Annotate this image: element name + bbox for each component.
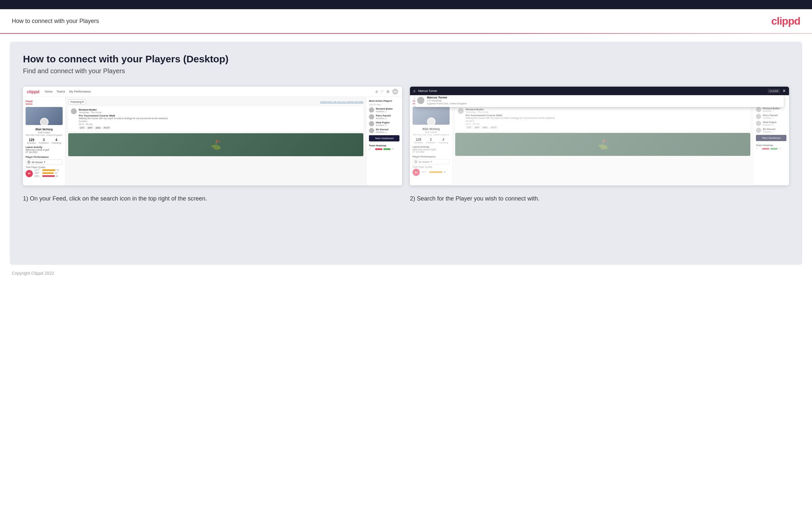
active-player-eli-1: Eli Vincent Activities: 1 bbox=[369, 128, 399, 133]
following-row-1: Following ▾ Control who can see your act… bbox=[68, 99, 363, 104]
activity-image-1: ⛳ bbox=[68, 133, 363, 156]
eli-avatar-1 bbox=[369, 128, 374, 133]
team-heatmap-title-2: Team Heatmap bbox=[756, 144, 786, 147]
activity-card-2: Richard Butler Yesterday · The Grove Pre… bbox=[455, 106, 750, 131]
activity-duration-label-1: Duration bbox=[79, 120, 361, 122]
hiral-info-2: Hiral Pujara Activities: 3 bbox=[763, 121, 776, 126]
activity-info-2: Richard Butler Yesterday · The Grove Pre… bbox=[466, 108, 748, 129]
quality-label-2: Total Player Quality bbox=[413, 166, 449, 168]
tag-arg-2: ARG bbox=[481, 126, 489, 129]
page-title: How to connect with your Players bbox=[12, 18, 99, 25]
player-select-2: Eli Vincent ▾ bbox=[413, 159, 449, 164]
piers-avatar-1 bbox=[369, 114, 374, 120]
captions-row: 1) On your Feed, click on the search ico… bbox=[23, 195, 789, 203]
profile-club-2: Mill Ride Golf Club, United Kingdom bbox=[413, 134, 449, 136]
activity-avatar-2 bbox=[458, 108, 464, 114]
tag-app-1: APP bbox=[87, 126, 93, 129]
active-player-hiral-2: Hiral Pujara Activities: 3 bbox=[756, 121, 786, 126]
footer-text: Copyright Clippd 2022 bbox=[12, 271, 54, 276]
player-select-1[interactable]: Eli Vincent ▾ bbox=[26, 160, 63, 165]
nav-teams-1[interactable]: Teams bbox=[56, 90, 65, 93]
search-icon-1[interactable]: ☌ bbox=[376, 90, 378, 94]
stat-activities-2: 129 Activities bbox=[414, 138, 423, 144]
richard-avatar-2 bbox=[756, 107, 761, 112]
activity-title-2: Pre Tournament Course Walk bbox=[466, 114, 748, 117]
golfer-icon-1: ⛳ bbox=[210, 139, 222, 150]
piers-avatar-2 bbox=[756, 114, 761, 119]
heatmap-bar-neg-1 bbox=[375, 148, 382, 150]
profile-role-1: Golf Coach bbox=[26, 131, 63, 134]
stat-followers-2: 3 Followers bbox=[426, 138, 436, 144]
search-clear-button[interactable]: CLEAR bbox=[768, 89, 780, 93]
app-center-2: Following ▾ Control who can see your act… bbox=[452, 96, 753, 185]
player-perf-label-1: Player Performance bbox=[26, 156, 63, 159]
search-bar-overlay: ☌ Marcus Turner CLEAR ✕ bbox=[410, 87, 789, 95]
stat-following-1: 4 Following bbox=[51, 138, 61, 144]
profile-icon-1[interactable]: ♡ bbox=[380, 90, 384, 94]
active-player-richard-2: Richard Butler Activities: 7 bbox=[756, 107, 786, 112]
main-subtitle: Find and connect with your Players bbox=[23, 67, 789, 75]
profile-image-area-2 bbox=[413, 107, 449, 125]
eli-info-2: Eli Vincent Activities: 1 bbox=[763, 128, 775, 133]
golfer-icon-2: ⛳ bbox=[597, 139, 609, 150]
header-divider bbox=[0, 33, 812, 34]
screenshot-panel-1: clippd Home Teams My Performance ☌ ♡ ⚙ B… bbox=[23, 87, 402, 185]
search-result-avatar bbox=[417, 97, 424, 104]
latest-activity-value-2: Afternoon round of golf bbox=[413, 148, 449, 151]
app-center-1: Following ▾ Control who can see your act… bbox=[65, 97, 366, 185]
nav-myperformance-1[interactable]: My Performance bbox=[69, 90, 91, 93]
latest-activity-date-1: 27 Jul 2022 bbox=[26, 151, 63, 153]
richard-info-1: Richard Butler Activities: 7 bbox=[376, 107, 393, 113]
profile-name-1: Blair McHarg bbox=[26, 128, 63, 131]
search-close-button[interactable]: ✕ bbox=[782, 89, 786, 93]
main-title: How to connect with your Players (Deskto… bbox=[23, 53, 789, 65]
hiral-avatar-2 bbox=[756, 121, 761, 126]
player-avatar-1 bbox=[27, 161, 31, 164]
ott-bar-2: OTT 79 bbox=[422, 171, 449, 173]
piers-info-2: Piers Parnell Activities: 4 bbox=[763, 114, 777, 119]
caption-2: 2) Search for the Player you wish to con… bbox=[410, 195, 789, 203]
caption-1: 1) On your Feed, click on the search ico… bbox=[23, 195, 402, 203]
profile-name-2: Blair McHarg bbox=[413, 127, 449, 131]
tag-ott-1: OTT bbox=[79, 126, 86, 129]
tag-putt-2: PUTT bbox=[490, 126, 498, 129]
dropdown-icon-2: ▾ bbox=[431, 161, 432, 163]
profile-silhouette-1 bbox=[40, 118, 49, 125]
search-input[interactable]: Marcus Turner bbox=[418, 89, 765, 92]
search-result-dropdown[interactable]: Marcus Turner 1-5 Handicap Cypress Point… bbox=[415, 94, 784, 107]
app-body-2: Feed Blair McHarg Golf Coach Mill Ride G… bbox=[410, 96, 789, 185]
feed-tab-1[interactable]: Feed bbox=[26, 100, 33, 104]
control-link-1[interactable]: Control who can see your activity and da… bbox=[320, 101, 363, 103]
profile-role-2: Golf Coach bbox=[413, 131, 449, 134]
settings-icon-1[interactable]: ⚙ bbox=[386, 90, 390, 94]
stat-followers-1: 3 Followers bbox=[39, 138, 49, 144]
nav-home-1[interactable]: Home bbox=[45, 90, 52, 93]
tag-putt-1: PUTT bbox=[103, 126, 111, 129]
search-result-info: Marcus Turner 1-5 Handicap Cypress Point… bbox=[427, 96, 467, 105]
active-player-piers-2: Piers Parnell Activities: 4 bbox=[756, 114, 786, 119]
search-result-name: Marcus Turner bbox=[427, 96, 467, 99]
top-bar bbox=[0, 0, 812, 9]
eli-avatar-2 bbox=[756, 128, 761, 133]
app-right-1: Most Active Players Last 30 days Richard… bbox=[366, 97, 402, 185]
main-content: How to connect with your Players (Deskto… bbox=[10, 42, 802, 265]
latest-activity-date-2: 27 Jul 2022 bbox=[413, 151, 449, 153]
player-name-2: Eli Vincent bbox=[419, 161, 430, 163]
hiral-info-1: Hiral Pujara Activities: 3 bbox=[376, 121, 390, 126]
search-result-handicap: 1-5 Handicap bbox=[427, 99, 467, 102]
tag-arg-1: ARG bbox=[94, 126, 102, 129]
activity-person-1: Richard Butler bbox=[79, 108, 361, 111]
app-left-2: Feed Blair McHarg Golf Coach Mill Ride G… bbox=[410, 96, 452, 185]
user-avatar-1[interactable]: BM bbox=[392, 89, 398, 94]
quality-label-1: Total Player Quality bbox=[26, 166, 63, 168]
app-logo-1: clippd bbox=[27, 89, 39, 94]
stat-activities-1: 129 Activities bbox=[27, 138, 36, 144]
stat-following-2: 4 Following bbox=[438, 138, 448, 144]
tag-ott-2: OTT bbox=[466, 126, 473, 129]
app-body-1: Feed Blair McHarg Golf Coach Mill Ride G… bbox=[23, 97, 402, 185]
following-button-1[interactable]: Following ▾ bbox=[68, 99, 86, 104]
active-player-eli-2: Eli Vincent Activities: 1 bbox=[756, 128, 786, 133]
team-dashboard-btn-1[interactable]: Team Dashboard bbox=[369, 135, 399, 141]
search-icon-overlay: ☌ bbox=[413, 89, 416, 93]
most-active-sub-1: Last 30 days bbox=[369, 103, 399, 106]
